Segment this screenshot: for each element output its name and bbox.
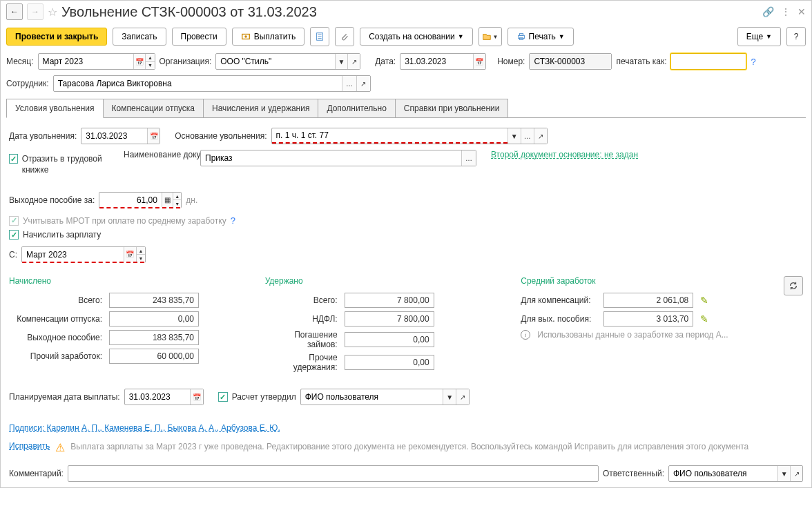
- attach-icon-button[interactable]: [335, 27, 354, 46]
- severance-label: Выходное пособие за:: [9, 195, 95, 205]
- for-comp-value: 2 061,08: [603, 293, 693, 308]
- help-button[interactable]: ?: [786, 27, 806, 46]
- chevron-down-icon: ▼: [493, 34, 499, 40]
- docname-input[interactable]: [201, 150, 461, 166]
- pencil-icon[interactable]: ✎: [700, 295, 708, 306]
- org-input[interactable]: [216, 54, 335, 69]
- severance-input[interactable]: [99, 193, 162, 207]
- signatures-link[interactable]: Подписи: Карелин А. П., Каменева Е. П., …: [9, 422, 803, 434]
- number-input: [530, 54, 611, 69]
- other-earnings-value: 60 000,00: [109, 349, 199, 364]
- approved-checkbox[interactable]: [218, 392, 228, 402]
- date-input[interactable]: [400, 54, 473, 69]
- more-button[interactable]: Еще▼: [737, 27, 781, 46]
- print-as-label: печатать как:: [616, 57, 666, 66]
- responsible-label: Ответственный:: [603, 469, 664, 478]
- report-icon-button[interactable]: [310, 27, 329, 46]
- fix-link[interactable]: Исправить: [9, 441, 50, 451]
- calendar-icon[interactable]: 📅: [124, 247, 136, 262]
- number-label: Номер:: [497, 57, 525, 66]
- pay-label: Выплатить: [254, 32, 296, 41]
- dropdown-icon[interactable]: ▼: [777, 466, 790, 481]
- for-comp-label: Для компенсаций:: [521, 295, 597, 305]
- mrot-checkbox: [9, 216, 19, 226]
- comment-input[interactable]: [68, 466, 598, 481]
- open-icon[interactable]: ↗: [534, 128, 547, 144]
- nav-back-button[interactable]: ←: [6, 3, 23, 20]
- loan-value: 0,00: [345, 332, 434, 347]
- post-button[interactable]: Провести: [172, 28, 226, 46]
- employee-input[interactable]: [54, 76, 342, 91]
- open-icon[interactable]: ↗: [347, 54, 360, 69]
- dropdown-icon[interactable]: ▼: [443, 389, 456, 405]
- org-label: Организация:: [160, 57, 212, 66]
- print-as-input[interactable]: [671, 54, 746, 69]
- calendar-icon[interactable]: 📅: [133, 54, 146, 69]
- tab-vacation-comp[interactable]: Компенсации отпуска: [103, 99, 204, 117]
- withheld-header: Удержано: [265, 276, 501, 286]
- pay-button[interactable]: Выплатить: [232, 28, 305, 46]
- refresh-button[interactable]: [784, 276, 803, 295]
- from-label: С:: [9, 250, 17, 260]
- workbook-checkbox[interactable]: [9, 154, 18, 164]
- help-icon[interactable]: ?: [751, 57, 755, 67]
- open-icon[interactable]: ↗: [456, 389, 469, 405]
- comment-label: Комментарий:: [9, 469, 64, 478]
- total-label: Всего:: [9, 295, 102, 305]
- svg-rect-7: [519, 34, 523, 36]
- print-label: Печать: [529, 32, 556, 41]
- ellipsis-icon[interactable]: …: [521, 128, 534, 144]
- calc-icon[interactable]: ▦: [162, 193, 173, 207]
- planned-date-input[interactable]: [125, 389, 191, 405]
- pencil-icon[interactable]: ✎: [700, 313, 708, 324]
- save-button[interactable]: Записать: [113, 28, 166, 46]
- ellipsis-icon[interactable]: …: [342, 76, 356, 91]
- spinner-up[interactable]: ▲: [146, 54, 154, 62]
- ellipsis-icon[interactable]: …: [461, 150, 476, 166]
- dismiss-date-label: Дата увольнения:: [9, 131, 77, 141]
- calendar-icon[interactable]: 📅: [190, 389, 202, 405]
- create-based-button[interactable]: Создать на основании▼: [360, 28, 472, 46]
- workbook-label: Отразить в трудовой книжке: [22, 154, 119, 175]
- link-icon[interactable]: 🔗: [762, 6, 774, 17]
- tab-additional[interactable]: Дополнительно: [318, 99, 395, 117]
- accrue-salary-checkbox[interactable]: [9, 230, 19, 240]
- star-icon[interactable]: ☆: [48, 6, 57, 19]
- tab-accruals[interactable]: Начисления и удержания: [203, 99, 318, 117]
- post-and-close-button[interactable]: Провести и закрыть: [6, 28, 107, 46]
- menu-dots-icon[interactable]: ⋮: [781, 6, 791, 17]
- calendar-icon[interactable]: 📅: [473, 54, 486, 69]
- from-input[interactable]: [22, 247, 124, 262]
- close-icon[interactable]: ✕: [798, 6, 806, 17]
- chevron-down-icon: ▼: [766, 33, 772, 40]
- tab-conditions[interactable]: Условия увольнения: [6, 99, 104, 118]
- accrued-header: Начислено: [9, 276, 244, 286]
- dropdown-icon[interactable]: ▼: [335, 54, 347, 69]
- ndfl-value: 7 800,00: [345, 311, 434, 327]
- basis-input[interactable]: [272, 128, 508, 144]
- help-icon[interactable]: ?: [231, 215, 235, 226]
- info-icon[interactable]: i: [521, 330, 530, 340]
- print-button[interactable]: Печать▼: [508, 28, 574, 46]
- second-doc-link[interactable]: Второй документ основание: не задан: [491, 150, 638, 159]
- open-icon[interactable]: ↗: [790, 466, 802, 481]
- spinner-up[interactable]: ▲: [137, 247, 145, 255]
- docname-label: Наименование документа:: [124, 150, 196, 161]
- folder-icon-button[interactable]: ▼: [478, 27, 502, 46]
- responsible-input[interactable]: [669, 466, 777, 481]
- accrued-total-value: 243 835,70: [109, 293, 199, 308]
- calendar-icon[interactable]: 📅: [147, 128, 160, 144]
- nav-fwd-button[interactable]: →: [27, 3, 44, 20]
- open-icon[interactable]: ↗: [356, 76, 370, 91]
- dismiss-date-input[interactable]: [81, 128, 147, 144]
- dropdown-icon[interactable]: ▼: [508, 128, 521, 144]
- other-withhold-value: 0,00: [345, 355, 434, 370]
- spinner-down[interactable]: ▼: [137, 255, 145, 262]
- spinner-up[interactable]: ▲: [173, 193, 181, 200]
- approved-by-input[interactable]: [301, 389, 443, 405]
- spinner-down[interactable]: ▼: [173, 200, 181, 207]
- month-input[interactable]: [39, 54, 133, 69]
- tab-certificates[interactable]: Справки при увольнении: [395, 99, 509, 117]
- spinner-down[interactable]: ▼: [146, 62, 154, 70]
- chevron-down-icon: ▼: [559, 33, 565, 40]
